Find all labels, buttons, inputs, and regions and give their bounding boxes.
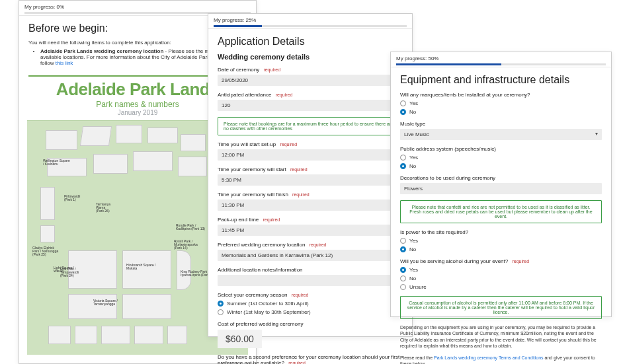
alcohol-notice: Casual consumption of alcohol is permitt… [400, 296, 602, 319]
alcohol-no[interactable]: No [400, 275, 602, 281]
location-label: Preferred wedding ceremony location requ… [218, 242, 403, 248]
start-time-label: Time your ceremony will start required [218, 166, 403, 172]
radio-off-icon [400, 275, 406, 281]
card-body: Equipment and infrastructure details Wil… [391, 67, 611, 364]
cost-label: Cost of preferred wedding ceremony [218, 321, 403, 327]
date-input[interactable] [218, 75, 403, 86]
marquee-no[interactable]: No [400, 109, 602, 115]
attendance-label: Anticipated attendance required [218, 92, 403, 98]
power-yes[interactable]: Yes [400, 238, 602, 244]
start-time-input[interactable] [218, 174, 403, 186]
page-heading: Equipment and infrastructure details [400, 74, 602, 86]
terms-link[interactable]: Park Lands wedding ceremony Terms and Co… [434, 355, 544, 360]
chevron-down-icon: ▾ [595, 131, 598, 137]
this-link[interactable]: this link [56, 60, 73, 66]
music-select[interactable] [400, 129, 602, 140]
alcohol-unsure[interactable]: Unsure [400, 284, 602, 290]
radio-on-icon [400, 109, 406, 115]
pa-no[interactable]: No [400, 163, 602, 169]
decorations-input[interactable] [400, 183, 602, 194]
setup-time-input[interactable] [218, 149, 403, 161]
music-type-label: Music type [400, 121, 602, 127]
progress-fill [214, 25, 262, 27]
liability-text: Depending on the equipment you are using… [400, 324, 602, 349]
pa-question: Public address system (speeches/music) [400, 146, 602, 152]
radio-on-icon [218, 301, 224, 307]
radio-off-icon [400, 284, 406, 290]
marquee-question: Will any marquees/tents be installed at … [400, 92, 602, 98]
radio-on-icon [400, 163, 406, 169]
progress-bar [396, 63, 606, 65]
season-label: Select your ceremony season required [218, 292, 403, 298]
alcohol-question: Will you be serving alcohol during your … [400, 258, 602, 264]
season-summer-radio[interactable]: Summer (1st October to 30th April) [218, 301, 403, 307]
power-question: Is power to the site required? [400, 229, 602, 235]
radio-off-icon [218, 309, 224, 315]
finish-time-label: Time your ceremony will finish required [218, 192, 403, 198]
location-input[interactable] [218, 250, 403, 261]
card-body: Application Details Wedding ceremony det… [208, 29, 412, 364]
second-pref-question: Do you have a second preference for your… [218, 354, 403, 364]
radio-on-icon [400, 246, 406, 252]
music-select-wrap: ▾ [400, 127, 602, 140]
progress-label: My progress: 25% [214, 17, 407, 23]
additional-notes-label: Additional location notes/information [218, 267, 403, 273]
date-label: Date of ceremony required [218, 67, 403, 73]
decorations-label: Decorations to be used during ceremony [400, 175, 602, 181]
radio-on-icon [400, 267, 406, 273]
packup-time-label: Pack-up end time required [218, 217, 403, 223]
radio-off-icon [400, 100, 406, 106]
power-no[interactable]: No [400, 246, 602, 252]
packup-time-input[interactable] [218, 225, 403, 236]
step-2-card: My progress: 25% Application Details Wed… [208, 13, 413, 337]
section-heading: Wedding ceremony details [218, 53, 403, 61]
setup-time-label: Time you will start set-up required [218, 141, 403, 147]
booking-notice: Please note that bookings are for a maxi… [218, 117, 403, 135]
radio-off-icon [400, 155, 406, 161]
marquee-yes[interactable]: Yes [400, 100, 602, 106]
cost-value: $60.00 [218, 330, 262, 348]
step-3-card: My progress: 50% Equipment and infrastru… [390, 52, 612, 317]
progress-label: My progress: 50% [396, 55, 606, 61]
season-winter-radio[interactable]: Winter (1st May to 30th September) [218, 309, 403, 315]
progress-fill [396, 63, 501, 65]
attendance-input[interactable] [218, 100, 403, 111]
progress-bar [214, 25, 407, 27]
pa-yes[interactable]: Yes [400, 155, 602, 161]
radio-off-icon [400, 238, 406, 244]
progress-label: My progress: 0% [24, 4, 251, 10]
progress-row: My progress: 50% [391, 52, 611, 67]
alcohol-yes[interactable]: Yes [400, 267, 602, 273]
additional-notes-input[interactable] [218, 275, 403, 286]
terms-text: Please read the Park Lands wedding cerem… [400, 355, 602, 364]
decorations-notice: Please note that confetti and rice are n… [400, 200, 602, 223]
requirement-strong: Adelaide Park Lands wedding ceremony loc… [40, 48, 163, 54]
page-heading: Application Details [218, 36, 403, 48]
progress-row: My progress: 25% [208, 14, 412, 29]
finish-time-input[interactable] [218, 200, 403, 211]
